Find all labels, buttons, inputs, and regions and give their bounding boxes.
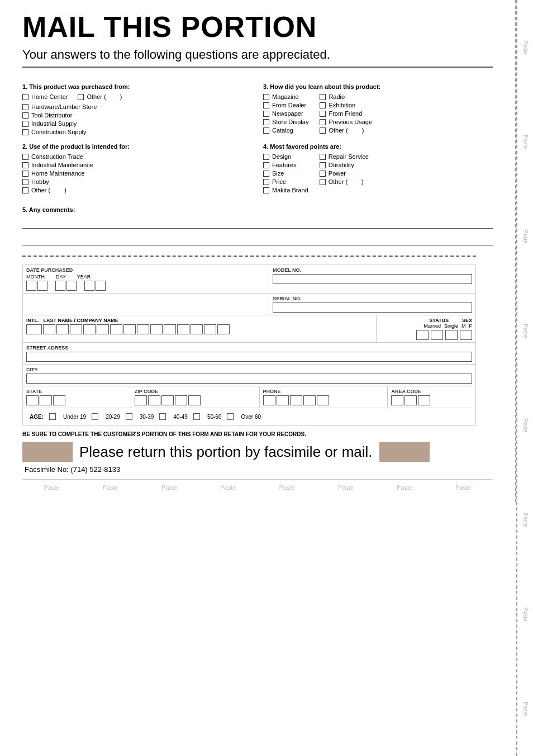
area-code-box-1[interactable] — [391, 395, 403, 405]
q1-tool-dist-checkbox[interactable] — [22, 112, 28, 119]
month-box-2[interactable] — [37, 281, 47, 291]
month-label: MONTH — [26, 274, 45, 280]
intl-box[interactable] — [26, 324, 42, 334]
q3-exhibition-checkbox[interactable] — [320, 102, 326, 108]
q3-store-display-checkbox[interactable] — [263, 119, 269, 125]
q3-previous-usage-checkbox[interactable] — [320, 119, 326, 125]
state-cell: STATE — [23, 386, 131, 408]
q1-hardware-checkbox[interactable] — [22, 104, 28, 110]
q3-radio-checkbox[interactable] — [320, 94, 326, 100]
name-box-8[interactable] — [137, 324, 149, 334]
year-box-2[interactable] — [96, 281, 106, 291]
name-box-14[interactable] — [217, 324, 230, 334]
age-50-60-checkbox[interactable] — [193, 413, 200, 420]
side-paste-3: Paste — [522, 189, 529, 284]
area-code-box-2[interactable] — [404, 395, 417, 405]
q4-power: Power — [320, 170, 369, 177]
q2-hobby-checkbox[interactable] — [22, 179, 28, 185]
name-box-1[interactable] — [43, 324, 55, 334]
q2-home-label: Home Maintenance — [31, 170, 84, 177]
phone-box-1[interactable] — [263, 395, 275, 405]
name-box-10[interactable] — [164, 324, 176, 334]
q4-size-checkbox[interactable] — [263, 171, 269, 177]
area-code-box-3[interactable] — [418, 395, 430, 405]
zip-box-2[interactable] — [148, 395, 160, 405]
q2-home-checkbox[interactable] — [22, 171, 28, 177]
name-box-12[interactable] — [191, 324, 203, 334]
q1-home-center-checkbox[interactable] — [22, 94, 28, 100]
age-over60-checkbox[interactable] — [227, 413, 234, 420]
day-box-1[interactable] — [55, 281, 65, 291]
name-box-3[interactable] — [70, 324, 82, 334]
q3-magazine-checkbox[interactable] — [263, 94, 269, 100]
q4-makita-checkbox[interactable] — [263, 187, 269, 193]
q1-construction-checkbox[interactable] — [22, 129, 28, 135]
q3-newspaper: Newspaper — [263, 110, 308, 117]
q4-price: Price — [263, 178, 308, 185]
age-under19-checkbox[interactable] — [49, 413, 56, 420]
model-no-input[interactable] — [273, 274, 472, 284]
q3-friend-label: From Friend — [329, 110, 362, 117]
q3-other-close: ) — [362, 127, 364, 134]
zip-box-5[interactable] — [188, 395, 201, 405]
name-box-4[interactable] — [83, 324, 96, 334]
name-box-13[interactable] — [204, 324, 216, 334]
city-input[interactable] — [26, 374, 472, 384]
zip-box-1[interactable] — [135, 395, 147, 405]
q4-repair-checkbox[interactable] — [320, 154, 326, 160]
name-box-11[interactable] — [177, 324, 189, 334]
age-30-39-checkbox[interactable] — [126, 413, 132, 420]
state-box-3[interactable] — [53, 395, 65, 405]
street-input[interactable] — [26, 352, 472, 362]
q1-other-checkbox[interactable] — [78, 94, 84, 100]
name-box-5[interactable] — [97, 324, 109, 334]
zip-box-3[interactable] — [161, 395, 174, 405]
state-box-2[interactable] — [40, 395, 52, 405]
age-row: AGE: Under 19 20-29 30-39 40-49 50-60 Ov… — [26, 410, 472, 423]
phone-box-2[interactable] — [277, 395, 289, 405]
status-sex-sub: Married Single M F — [423, 323, 472, 329]
m-box[interactable] — [445, 330, 458, 340]
q4-other-label: Other ( — [329, 178, 348, 185]
area-code-boxes — [391, 395, 472, 405]
status-boxes — [416, 330, 472, 340]
q4-price-checkbox[interactable] — [263, 179, 269, 185]
q2-industrial-label: Industrial Maintenance — [31, 162, 93, 168]
q3-other-checkbox[interactable] — [320, 127, 326, 134]
q1-hardware: Hardware/Lumber Store — [22, 103, 252, 110]
q4-features-checkbox[interactable] — [263, 162, 269, 168]
q1-industrial-checkbox[interactable] — [22, 121, 28, 127]
q3-newspaper-checkbox[interactable] — [263, 111, 269, 117]
phone-box-5[interactable] — [317, 395, 329, 405]
q2-other-checkbox[interactable] — [22, 187, 28, 193]
single-box[interactable] — [431, 330, 443, 340]
phone-box-4[interactable] — [303, 395, 316, 405]
q4-other-checkbox[interactable] — [320, 179, 326, 185]
name-box-6[interactable] — [110, 324, 122, 334]
status-sex-labels: STATUS SEX — [429, 318, 472, 323]
q3-dealer-label: From Dealer — [272, 102, 306, 108]
zip-box-4[interactable] — [175, 395, 187, 405]
state-box-1[interactable] — [26, 395, 39, 405]
q3-catalog-checkbox[interactable] — [263, 127, 269, 134]
q3-dealer-checkbox[interactable] — [263, 102, 269, 108]
q4-design-checkbox[interactable] — [263, 154, 269, 160]
age-40-49-checkbox[interactable] — [159, 413, 166, 420]
year-box-1[interactable] — [84, 281, 94, 291]
name-box-9[interactable] — [150, 324, 163, 334]
q2-construction-checkbox[interactable] — [22, 154, 28, 160]
q4-durability-checkbox[interactable] — [320, 162, 326, 168]
month-box-1[interactable] — [26, 281, 36, 291]
q3-friend-checkbox[interactable] — [320, 111, 326, 117]
serial-no-input[interactable] — [273, 303, 472, 313]
name-box-7[interactable] — [123, 324, 136, 334]
q2-industrial-checkbox[interactable] — [22, 162, 28, 168]
f-box[interactable] — [460, 330, 472, 340]
married-box[interactable] — [416, 330, 429, 340]
phone-box-3[interactable] — [290, 395, 302, 405]
name-box-2[interactable] — [56, 324, 69, 334]
age-20-29-checkbox[interactable] — [92, 413, 98, 420]
day-box-2[interactable] — [66, 281, 77, 291]
bottom-paste-3: Paste — [161, 484, 177, 491]
q4-power-checkbox[interactable] — [320, 171, 326, 177]
